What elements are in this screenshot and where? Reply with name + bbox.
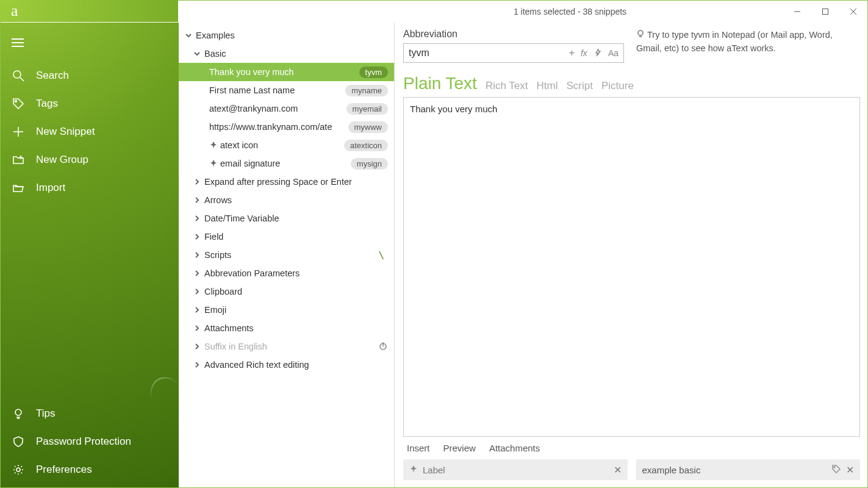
hint-text-content: Try to type tyvm in Notepad (or Mail app… xyxy=(636,30,833,53)
tree-group-basic[interactable]: Basic xyxy=(179,45,394,63)
tree-label: Field xyxy=(204,232,388,242)
tab-insert[interactable]: Insert xyxy=(407,443,430,453)
snippet-label: atext@trankynam.com xyxy=(209,104,346,113)
abbreviation-input[interactable] xyxy=(404,45,564,61)
tag-input[interactable] xyxy=(642,465,827,475)
snippet-abbr: atexticon xyxy=(344,140,388,151)
tree-group[interactable]: Field xyxy=(179,228,394,246)
sidebar-item-label: New Snippet xyxy=(36,126,95,138)
sidebar-item-newgroup[interactable]: New Group xyxy=(1,146,179,174)
add-abbr-button[interactable]: + xyxy=(569,48,575,59)
bulb-icon xyxy=(12,407,25,420)
minimize-button[interactable] xyxy=(783,1,811,23)
pin-icon xyxy=(409,465,418,475)
chevron-right-icon xyxy=(192,360,202,370)
sidebar-item-label: New Group xyxy=(36,154,88,166)
aa-button[interactable]: Aa xyxy=(608,48,619,58)
svg-point-6 xyxy=(15,101,17,102)
close-button[interactable] xyxy=(839,1,867,23)
tab-picture[interactable]: Picture xyxy=(601,80,634,92)
tree-label: Arrows xyxy=(204,195,388,205)
chevron-right-icon xyxy=(192,177,202,187)
flash-icon[interactable] xyxy=(594,48,602,59)
tree-group[interactable]: Suffix in English xyxy=(179,337,394,356)
tree-group[interactable]: Scripts\ xyxy=(179,246,394,264)
pin-icon xyxy=(209,141,218,149)
tree-label: Scripts xyxy=(204,250,378,260)
tree-label: Expand after pressing Space or Enter xyxy=(204,177,388,187)
snippet-row[interactable]: Thank you very muchtyvm xyxy=(179,63,394,81)
svg-point-19 xyxy=(834,467,835,468)
tree-group[interactable]: Expand after pressing Space or Enter xyxy=(179,173,394,191)
tree-label: Date/Time Variable xyxy=(204,214,388,223)
tree-label: Basic xyxy=(204,49,388,59)
tree-label: Suffix in English xyxy=(204,342,378,351)
sidebar: SearchTagsNew SnippetNew GroupImport Tip… xyxy=(1,23,179,487)
sidebar-item-label: Tips xyxy=(36,407,56,420)
sidebar-item-tips[interactable]: Tips xyxy=(1,400,179,428)
tree-group[interactable]: Advanced Rich text editing xyxy=(179,356,394,374)
sidebar-item-search[interactable]: Search xyxy=(1,62,179,90)
sidebar-item-label: Tags xyxy=(36,98,58,110)
tree-group[interactable]: Arrows xyxy=(179,191,394,209)
tree-label: Clipboard xyxy=(204,287,388,296)
sidebar-item-newsnippet[interactable]: New Snippet xyxy=(1,118,179,146)
chevron-right-icon xyxy=(192,232,202,242)
tree-group-examples[interactable]: Examples xyxy=(179,26,394,45)
tree-group[interactable]: Abbrevation Parameters xyxy=(179,264,394,282)
svg-point-4 xyxy=(13,71,21,78)
snippet-row[interactable]: atext iconatexticon xyxy=(179,136,394,154)
tag-icon xyxy=(831,464,841,476)
plus-icon xyxy=(12,125,25,138)
window-title: 1 items selected - 38 snippets xyxy=(179,7,783,16)
tree-label: Attachments xyxy=(204,323,388,333)
sidebar-item-import[interactable]: Import xyxy=(1,174,179,202)
chevron-right-icon xyxy=(192,323,202,333)
snippet-row[interactable]: https://www.trankynam.com/atemywww xyxy=(179,118,394,136)
snippet-content[interactable]: Thank you very much xyxy=(403,97,860,437)
chevron-down-icon xyxy=(192,49,202,59)
script-indicator: \ xyxy=(378,249,388,261)
detail-panel: Abbreviation + fx Aa Try to type tyvm in… xyxy=(395,23,867,487)
tab-rich-text[interactable]: Rich Text xyxy=(486,80,528,92)
snippet-label: First name Last name xyxy=(209,85,345,95)
svg-rect-1 xyxy=(823,9,828,14)
label-field[interactable]: ✕ xyxy=(403,459,628,480)
tree-group[interactable]: Clipboard xyxy=(179,282,394,301)
snippet-row[interactable]: First name Last namemyname xyxy=(179,81,394,99)
tab-script[interactable]: Script xyxy=(566,80,592,92)
titlebar: 1 items selected - 38 snippets xyxy=(1,1,867,23)
sidebar-item-tags[interactable]: Tags xyxy=(1,90,179,118)
tab-html[interactable]: Html xyxy=(537,80,558,92)
maximize-button[interactable] xyxy=(811,1,839,23)
pin-icon xyxy=(209,159,218,168)
tab-preview[interactable]: Preview xyxy=(443,443,476,453)
snippet-row[interactable]: email signaturemysign xyxy=(179,154,394,173)
abbreviation-field[interactable]: + fx Aa xyxy=(403,43,624,63)
clear-tag-button[interactable]: ✕ xyxy=(846,464,854,476)
tab-plain-text[interactable]: Plain Text xyxy=(403,74,477,93)
sidebar-item-label: Preferences xyxy=(36,464,92,476)
sidebar-item-prefs[interactable]: Preferences xyxy=(1,456,179,484)
snippet-abbr: tyvm xyxy=(359,66,388,78)
tree-group[interactable]: Attachments xyxy=(179,319,394,337)
fx-button[interactable]: fx xyxy=(581,48,587,58)
snippet-label: email signature xyxy=(220,159,351,168)
bottom-tabs: Insert Preview Attachments xyxy=(403,437,860,459)
snippet-abbr: mysign xyxy=(351,158,388,170)
tree-group[interactable]: Emoji xyxy=(179,301,394,319)
power-icon xyxy=(378,341,388,353)
sidebar-item-pwd[interactable]: Password Protection xyxy=(1,428,179,456)
tab-attachments[interactable]: Attachments xyxy=(489,443,540,453)
tag-field[interactable]: ✕ xyxy=(636,459,861,480)
abbreviation-label: Abbreviation xyxy=(403,29,624,40)
gear-icon xyxy=(12,463,25,476)
menu-button[interactable] xyxy=(1,23,179,54)
snippet-label: atext icon xyxy=(220,140,344,150)
clear-label-button[interactable]: ✕ xyxy=(614,464,622,476)
tree-group[interactable]: Date/Time Variable xyxy=(179,209,394,228)
snippet-row[interactable]: atext@trankynam.commyemail xyxy=(179,99,394,118)
snippet-label: Thank you very much xyxy=(209,67,359,77)
label-input[interactable] xyxy=(423,465,609,475)
tree-label: Emoji xyxy=(204,305,388,315)
